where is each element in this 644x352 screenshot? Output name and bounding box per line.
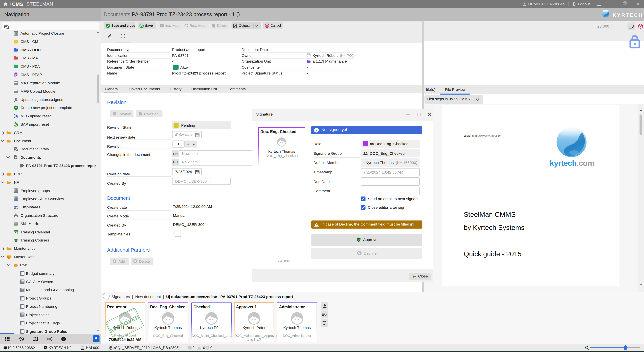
svg-text:?: ? — [63, 337, 64, 341]
